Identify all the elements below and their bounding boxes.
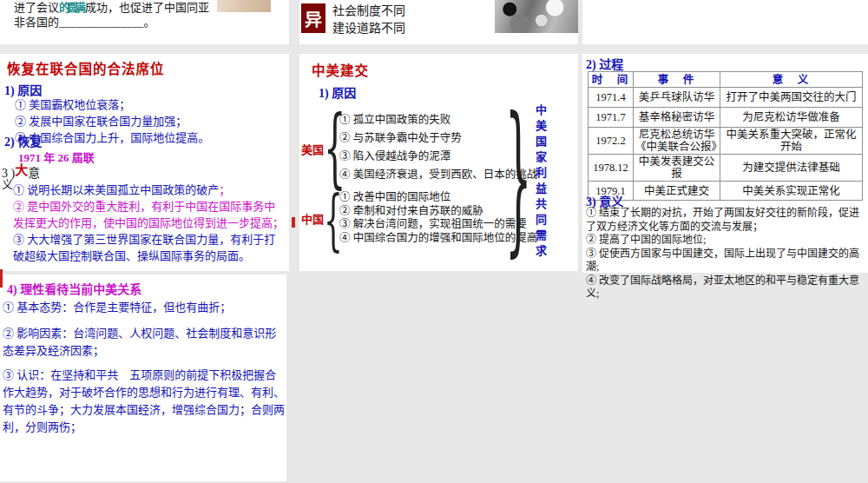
top-left-line1-post: 成功，也促进了中国同亚 [85,1,209,14]
un-meaning-item1-text: ① 说明长期以来美国孤立中国政策的破产 [13,183,219,196]
un-reason-item: ③ 中国综合国力上升，国际地位提高。 [15,129,284,146]
cell-event: 美乒乓球队访华 [634,88,720,108]
table-row: 1971.4 美乒乓球队访华 打开了中美两国交往的大门 [589,88,863,108]
col-header-time: 时 间 [589,72,634,88]
un-meaning-char1: 意 [28,167,40,180]
top-left-line2: 非各国的_______________。 [14,16,155,29]
cell-meaning: 为尼克松访华做准备 [720,108,863,128]
un-meaning-item1: ① 说明长期以来美国孤立中国政策的破产； [13,182,286,198]
difference-line2: 建设道路不同 [332,22,405,35]
overlap-text-red: 大 [15,163,28,177]
table-row: 1971.7 基辛格秘密访华 为尼克松访华做准备 [589,108,863,128]
top-left-panel: 进了会议的圆满成功，也促进了中国同亚 非各国的_______________。 [0,0,289,44]
current-relations-item2: ② 影响因素：台湾问题、人权问题、社会制度和意识形态差异及经济因素； [3,325,282,360]
china-us-title: 中美建交 [312,60,369,79]
un-restore-head: 2) 恢复 [4,132,42,149]
table-row: 1979.1 中美正式建交 中美关系实现正常化 [589,182,863,201]
process-head: 2) 过程 [586,55,623,72]
un-reasons-head: 1) 原因 [4,81,42,98]
establish-meaning-list: ① 结束了长期的对抗，开始了两国友好交往的新阶段，促进了双方经济文化等方面的交流… [586,207,865,301]
difference-text: 社会制度不同 建设道路不同 [332,3,405,37]
un-meaning-item1-punct: ； [219,183,230,196]
col-header-event: 事 件 [634,72,720,88]
overlap-text-teal: 的圆满 [59,1,82,14]
common-interest-brace: } [505,96,532,258]
stray-mark [0,269,3,288]
un-reasons-list: ① 美国霸权地位衰落； ② 发展中国家在联合国力量加强； ③ 中国综合国力上升，… [15,96,284,146]
cell-event: 基辛格秘密访华 [634,108,720,128]
slide-page: 进了会议的圆满成功，也促进了中国同亚 非各国的_______________。 … [0,0,868,483]
table-header-row: 时 间 事 件 意 义 [589,72,863,88]
un-seat-panel: 恢复在联合国的合法席位 1) 原因 ① 美国霸权地位衰落； ② 发展中国家在联合… [0,54,289,271]
un-meaning-item3: ③ 大大增强了第三世界国家在联合国力量，有利于打破超级大国控制联合国、操纵国际事… [13,231,286,264]
top-right-panel [582,0,868,44]
cell-event: 中美正式建交 [634,182,720,201]
process-panel: 2) 过程 时 间 事 件 意 义 1971.4 美乒乓球队访华 打开了中美两国… [582,54,868,273]
establish-meaning-item: ② 提高了中国的国际地位; [586,234,865,248]
col-header-meaning: 意 义 [720,72,863,88]
usa-label: 美国 [301,141,324,157]
stray-mark [292,217,295,228]
current-relations-head: 4) 理性看待当前中美关系 [7,280,141,297]
china-us-panel: 中美建交 1) 原因 美国 { ① 孤立中国政策的失败 ② 与苏联争霸中处于守势… [299,54,578,271]
difference-line1: 社会制度不同 [332,4,405,17]
table-row: 1972.2 尼克松总统访华《中美联合公报》 中美关系重大突破，正常化开始 [589,128,863,155]
establish-meaning-item: ① 结束了长期的对抗，开始了两国友好交往的新阶段，促进了双方经济文化等方面的交流… [586,207,865,234]
top-middle-panel: 异 社会制度不同 建设道路不同 [299,0,578,44]
establish-meaning-item: ③ 促使西方国家与中国建交，国际上出现了与中国建交的高潮; [586,248,865,275]
china-label: 中国 [301,210,324,227]
establish-meaning-item: ④ 改变了国际战略格局，对亚太地区的和平与稳定有重大意义; [586,275,865,301]
historical-photo [495,0,578,33]
un-meaning-item2: ② 是中国外交的重大胜利，有利于中国在国际事务中发挥更大的作用，使中国的国际地位… [13,198,286,231]
cropped-photo-tan [217,0,271,12]
top-left-line1-pre: 进了会议 [14,1,59,14]
cell-meaning: 中美关系重大突破，正常化开始 [720,128,863,155]
un-reason-item: ① 美国霸权地位衰落； [15,96,284,113]
un-meaning-char2: 义 [2,175,13,192]
cell-time: 1972.2 [589,128,634,155]
cell-time: 1971.4 [589,88,634,108]
un-reason-item: ② 发展中国家在联合国力量加强； [15,113,284,129]
common-interest-vertical-label: 中美国家利益共同需求 [532,104,549,274]
table-row: 1978.12 中美发表建交公报 为建交提供法律基础 [589,155,863,182]
cell-meaning: 中美关系实现正常化 [720,182,863,201]
process-table: 时 间 事 件 意 义 1971.4 美乒乓球队访华 打开了中美两国交往的大门 … [588,71,863,201]
current-relations-item1: ① 基本态势：合作是主要特征，但也有曲折； [3,299,284,315]
cell-time: 1971.7 [589,108,634,128]
difference-box-label: 异 [305,6,322,31]
cell-event: 尼克松总统访华《中美联合公报》 [634,128,720,155]
cell-meaning: 为建交提供法律基础 [720,155,863,182]
current-relations-item3: ③ 认识：在坚持和平共 五项原则的前提下积极把握合作大趋势，对于破坏合作的思想和… [3,367,286,436]
current-relations-panel: 4) 理性看待当前中美关系 ① 基本态势：合作是主要特征，但也有曲折； ② 影响… [0,275,286,481]
difference-box: 异 [301,3,326,33]
cell-time: 1978.12 [589,155,634,182]
cell-meaning: 打开了中美两国交往的大门 [720,88,863,108]
cell-event: 中美发表建交公报 [634,155,720,182]
un-seat-title: 恢复在联合国的合法席位 [7,58,165,77]
